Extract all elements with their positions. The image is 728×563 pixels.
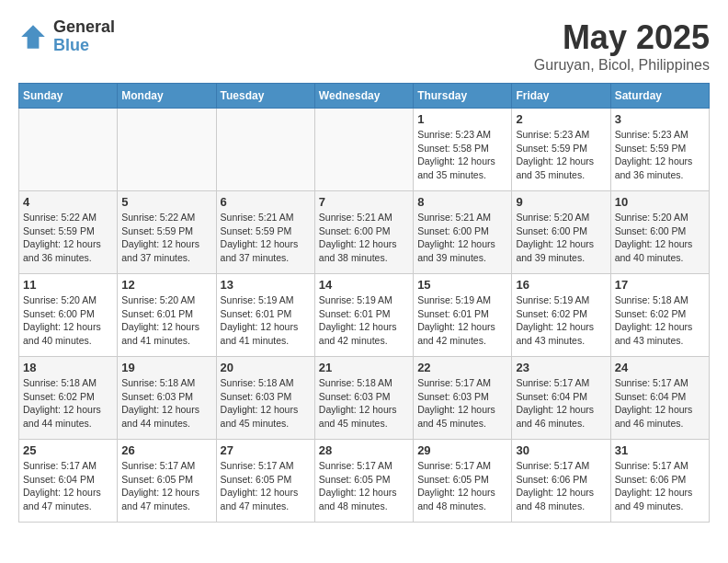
day-info: Sunrise: 5:22 AMSunset: 5:59 PMDaylight:… — [23, 211, 113, 265]
day-info: Sunrise: 5:17 AMSunset: 6:05 PMDaylight:… — [417, 459, 507, 513]
calendar-cell: 12Sunrise: 5:20 AMSunset: 6:01 PMDayligh… — [118, 274, 216, 357]
calendar-cell: 24Sunrise: 5:17 AMSunset: 6:04 PMDayligh… — [610, 357, 709, 440]
calendar-cell: 13Sunrise: 5:19 AMSunset: 6:01 PMDayligh… — [216, 274, 314, 357]
day-info: Sunrise: 5:23 AMSunset: 5:59 PMDaylight:… — [516, 128, 606, 182]
calendar-cell: 18Sunrise: 5:18 AMSunset: 6:02 PMDayligh… — [19, 357, 118, 440]
day-number: 18 — [23, 361, 113, 374]
calendar-cell: 3Sunrise: 5:23 AMSunset: 5:59 PMDaylight… — [610, 109, 709, 191]
title-block: May 2025 Guruyan, Bicol, Philippines — [534, 18, 710, 74]
day-number: 3 — [615, 112, 705, 126]
day-number: 16 — [516, 278, 606, 292]
day-number: 7 — [319, 195, 409, 209]
day-number: 11 — [23, 278, 113, 292]
col-sunday: Sunday — [19, 84, 118, 109]
day-info: Sunrise: 5:17 AMSunset: 6:05 PMDaylight:… — [221, 459, 311, 513]
calendar-cell: 26Sunrise: 5:17 AMSunset: 6:05 PMDayligh… — [118, 440, 216, 523]
day-info: Sunrise: 5:18 AMSunset: 6:03 PMDaylight:… — [121, 376, 211, 431]
day-info: Sunrise: 5:17 AMSunset: 6:04 PMDaylight:… — [23, 459, 113, 513]
day-number: 2 — [516, 112, 606, 126]
day-number: 12 — [121, 278, 211, 292]
calendar-week-5: 25Sunrise: 5:17 AMSunset: 6:04 PMDayligh… — [19, 440, 710, 523]
calendar-cell: 22Sunrise: 5:17 AMSunset: 6:03 PMDayligh… — [414, 357, 512, 440]
day-info: Sunrise: 5:17 AMSunset: 6:06 PMDaylight:… — [615, 459, 705, 513]
day-info: Sunrise: 5:19 AMSunset: 6:02 PMDaylight:… — [516, 293, 606, 348]
day-info: Sunrise: 5:18 AMSunset: 6:03 PMDaylight:… — [221, 376, 311, 431]
day-number: 25 — [23, 443, 113, 457]
calendar-table: Sunday Monday Tuesday Wednesday Thursday… — [18, 83, 710, 523]
day-number: 27 — [221, 443, 311, 457]
day-number: 21 — [319, 361, 409, 374]
calendar-cell: 11Sunrise: 5:20 AMSunset: 6:00 PMDayligh… — [19, 274, 118, 357]
day-info: Sunrise: 5:21 AMSunset: 6:00 PMDaylight:… — [319, 211, 409, 265]
day-number: 22 — [417, 361, 507, 374]
day-info: Sunrise: 5:23 AMSunset: 5:58 PMDaylight:… — [417, 128, 507, 182]
day-info: Sunrise: 5:20 AMSunset: 6:00 PMDaylight:… — [615, 211, 705, 265]
day-info: Sunrise: 5:17 AMSunset: 6:04 PMDaylight:… — [516, 376, 606, 431]
calendar-week-3: 11Sunrise: 5:20 AMSunset: 6:00 PMDayligh… — [19, 274, 710, 357]
day-number: 26 — [121, 443, 211, 457]
logo-general: General — [53, 18, 115, 37]
calendar-cell: 17Sunrise: 5:18 AMSunset: 6:02 PMDayligh… — [610, 274, 709, 357]
col-monday: Monday — [118, 84, 216, 109]
logo: General Blue — [18, 18, 115, 55]
day-number: 8 — [417, 195, 507, 209]
day-number: 6 — [221, 195, 311, 209]
day-number: 14 — [319, 278, 409, 292]
calendar-cell: 7Sunrise: 5:21 AMSunset: 6:00 PMDaylight… — [314, 191, 413, 274]
day-info: Sunrise: 5:17 AMSunset: 6:03 PMDaylight:… — [417, 376, 507, 431]
calendar-cell: 4Sunrise: 5:22 AMSunset: 5:59 PMDaylight… — [19, 191, 118, 274]
day-number: 5 — [121, 195, 211, 209]
day-number: 23 — [516, 361, 606, 374]
day-number: 10 — [615, 195, 705, 209]
day-number: 29 — [417, 443, 507, 457]
header-row: Sunday Monday Tuesday Wednesday Thursday… — [19, 84, 710, 109]
calendar-cell: 31Sunrise: 5:17 AMSunset: 6:06 PMDayligh… — [610, 440, 709, 523]
day-info: Sunrise: 5:17 AMSunset: 6:04 PMDaylight:… — [615, 376, 705, 431]
day-number: 1 — [417, 112, 507, 126]
day-number: 9 — [516, 195, 606, 209]
calendar-cell: 25Sunrise: 5:17 AMSunset: 6:04 PMDayligh… — [19, 440, 118, 523]
day-info: Sunrise: 5:19 AMSunset: 6:01 PMDaylight:… — [221, 293, 311, 348]
main-title: May 2025 — [534, 18, 710, 57]
day-info: Sunrise: 5:21 AMSunset: 6:00 PMDaylight:… — [417, 211, 507, 265]
calendar-cell: 9Sunrise: 5:20 AMSunset: 6:00 PMDaylight… — [512, 191, 610, 274]
day-number: 31 — [615, 443, 705, 457]
day-number: 20 — [221, 361, 311, 374]
day-info: Sunrise: 5:22 AMSunset: 5:59 PMDaylight:… — [121, 211, 211, 265]
calendar-cell: 8Sunrise: 5:21 AMSunset: 6:00 PMDaylight… — [414, 191, 512, 274]
svg-marker-0 — [21, 25, 45, 49]
calendar-week-2: 4Sunrise: 5:22 AMSunset: 5:59 PMDaylight… — [19, 191, 710, 274]
calendar-cell — [19, 109, 118, 191]
logo-text: General Blue — [53, 18, 115, 55]
calendar-cell: 16Sunrise: 5:19 AMSunset: 6:02 PMDayligh… — [512, 274, 610, 357]
calendar-cell: 10Sunrise: 5:20 AMSunset: 6:00 PMDayligh… — [610, 191, 709, 274]
calendar-cell: 28Sunrise: 5:17 AMSunset: 6:05 PMDayligh… — [314, 440, 413, 523]
logo-blue: Blue — [53, 37, 115, 55]
day-info: Sunrise: 5:18 AMSunset: 6:03 PMDaylight:… — [319, 376, 409, 431]
col-friday: Friday — [512, 84, 610, 109]
calendar-cell: 1Sunrise: 5:23 AMSunset: 5:58 PMDaylight… — [414, 109, 512, 191]
calendar-cell: 5Sunrise: 5:22 AMSunset: 5:59 PMDaylight… — [118, 191, 216, 274]
day-number: 15 — [417, 278, 507, 292]
calendar-cell: 15Sunrise: 5:19 AMSunset: 6:01 PMDayligh… — [414, 274, 512, 357]
calendar-cell: 23Sunrise: 5:17 AMSunset: 6:04 PMDayligh… — [512, 357, 610, 440]
col-saturday: Saturday — [610, 84, 709, 109]
day-number: 17 — [615, 278, 705, 292]
day-info: Sunrise: 5:21 AMSunset: 5:59 PMDaylight:… — [221, 211, 311, 265]
day-number: 4 — [23, 195, 113, 209]
day-number: 28 — [319, 443, 409, 457]
calendar-cell: 20Sunrise: 5:18 AMSunset: 6:03 PMDayligh… — [216, 357, 314, 440]
day-info: Sunrise: 5:23 AMSunset: 5:59 PMDaylight:… — [615, 128, 705, 182]
day-number: 24 — [615, 361, 705, 374]
day-info: Sunrise: 5:20 AMSunset: 6:01 PMDaylight:… — [121, 293, 211, 348]
day-number: 13 — [221, 278, 311, 292]
day-info: Sunrise: 5:18 AMSunset: 6:02 PMDaylight:… — [615, 293, 705, 348]
day-info: Sunrise: 5:17 AMSunset: 6:06 PMDaylight:… — [516, 459, 606, 513]
day-info: Sunrise: 5:19 AMSunset: 6:01 PMDaylight:… — [417, 293, 507, 348]
day-info: Sunrise: 5:17 AMSunset: 6:05 PMDaylight:… — [319, 459, 409, 513]
day-info: Sunrise: 5:19 AMSunset: 6:01 PMDaylight:… — [319, 293, 409, 348]
calendar-week-1: 1Sunrise: 5:23 AMSunset: 5:58 PMDaylight… — [19, 109, 710, 191]
calendar-header: Sunday Monday Tuesday Wednesday Thursday… — [19, 84, 710, 109]
calendar-cell — [216, 109, 314, 191]
calendar-cell: 30Sunrise: 5:17 AMSunset: 6:06 PMDayligh… — [512, 440, 610, 523]
